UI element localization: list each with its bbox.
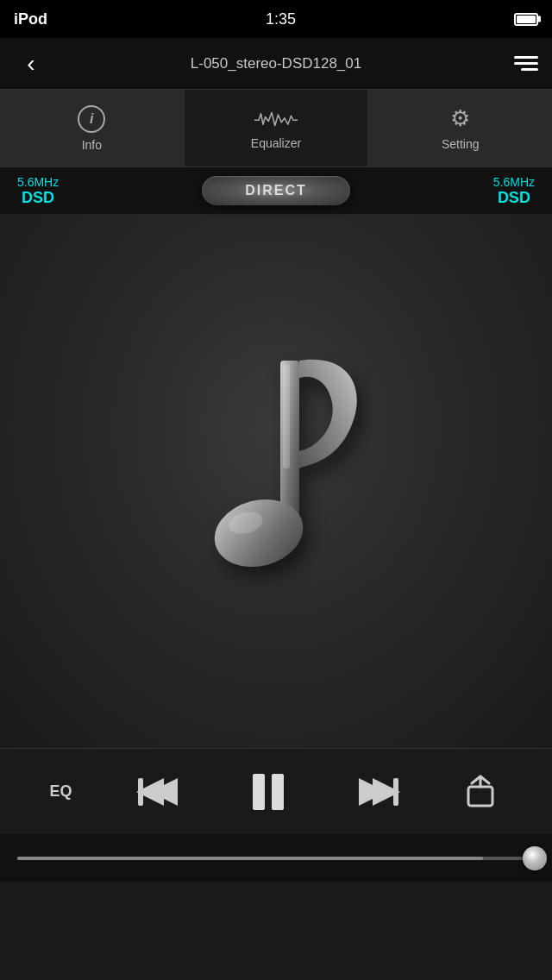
tab-equalizer[interactable]: Equalizer	[185, 90, 369, 166]
tab-info[interactable]: i Info	[0, 90, 185, 166]
eq-button[interactable]: EQ	[49, 782, 72, 801]
direct-button[interactable]: DIRECT	[202, 176, 350, 205]
tab-setting[interactable]: ⚙ Setting	[368, 90, 552, 166]
svg-rect-10	[468, 787, 492, 806]
tab-info-label: Info	[82, 138, 102, 152]
prev-button[interactable]	[136, 773, 181, 811]
volume-track[interactable]	[17, 857, 535, 860]
pause-button[interactable]	[246, 770, 291, 814]
back-button[interactable]: ‹	[14, 50, 48, 78]
prev-icon	[136, 773, 181, 811]
volume-fill	[17, 857, 483, 860]
music-note-icon	[147, 326, 405, 637]
gear-icon: ⚙	[450, 105, 470, 132]
right-freq: 5.6MHz	[493, 175, 535, 189]
pause-bar-right	[272, 774, 284, 810]
info-icon: i	[78, 105, 105, 133]
tab-eq-label: Equalizer	[251, 136, 301, 150]
list-line-3	[521, 68, 538, 71]
eq-label: EQ	[49, 782, 72, 801]
tab-setting-label: Setting	[442, 137, 480, 151]
playlist-button[interactable]	[504, 56, 538, 71]
music-note-container	[138, 317, 414, 645]
controls-bar: EQ	[0, 748, 552, 834]
status-bar: iPod 1:35	[0, 0, 552, 38]
right-type: DSD	[498, 189, 530, 207]
left-type: DSD	[22, 189, 54, 207]
album-art	[0, 215, 552, 748]
tab-bar: i Info Equalizer ⚙ Setting	[0, 90, 552, 167]
time-label: 1:35	[266, 10, 296, 28]
volume-bar[interactable]	[0, 834, 552, 882]
eq-icon	[254, 107, 298, 131]
next-button[interactable]	[355, 773, 400, 811]
format-right: 5.6MHz DSD	[493, 175, 535, 207]
share-icon	[465, 773, 503, 811]
left-freq: 5.6MHz	[17, 175, 59, 189]
battery-container	[514, 13, 538, 26]
carrier-label: iPod	[14, 10, 47, 28]
volume-thumb[interactable]	[523, 846, 547, 870]
battery-icon	[514, 13, 538, 26]
share-button[interactable]	[465, 773, 503, 811]
track-title: L-050_stereo-DSD128_01	[48, 55, 504, 72]
list-line-2	[514, 62, 538, 65]
svg-rect-3	[283, 365, 290, 468]
list-line-1	[514, 56, 538, 59]
format-left: 5.6MHz DSD	[17, 175, 59, 207]
format-bar: 5.6MHz DSD DIRECT 5.6MHz DSD	[0, 167, 552, 215]
next-icon	[355, 773, 400, 811]
pause-bar-left	[253, 774, 265, 810]
nav-bar: ‹ L-050_stereo-DSD128_01	[0, 38, 552, 90]
